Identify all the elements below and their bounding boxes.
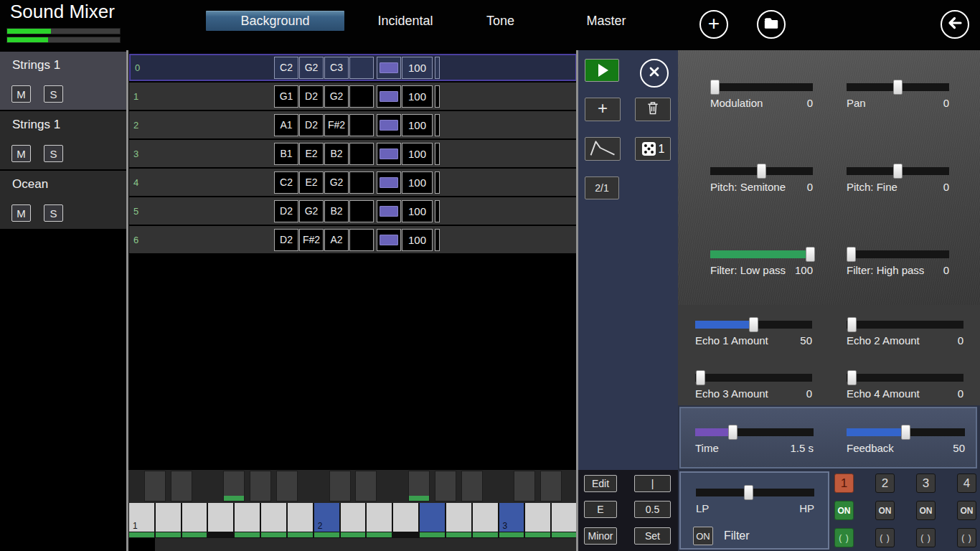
- black-key-d-2[interactable]: [355, 471, 377, 501]
- black-key-c-1[interactable]: [144, 471, 166, 501]
- velocity-cell[interactable]: 100: [402, 229, 433, 251]
- slider-handle[interactable]: [847, 247, 856, 262]
- back-button[interactable]: [941, 10, 969, 39]
- slider-handle[interactable]: [749, 317, 758, 332]
- slider-track[interactable]: [695, 321, 812, 329]
- color-cell[interactable]: [377, 85, 401, 108]
- white-key-f2[interactable]: [393, 503, 418, 532]
- slider-handle[interactable]: [806, 247, 815, 262]
- tap-on-3[interactable]: ON: [916, 501, 936, 520]
- tab-master[interactable]: Master: [561, 11, 651, 31]
- tap-paren-3[interactable]: ( ): [916, 528, 936, 547]
- velocity-cell[interactable]: 100: [402, 114, 433, 136]
- note-cell[interactable]: D2: [274, 229, 298, 251]
- slider-track[interactable]: [847, 428, 965, 436]
- slider-track[interactable]: [847, 167, 949, 175]
- sequencer-row-0[interactable]: 0C2G2C3100: [129, 54, 577, 81]
- black-key-g-2[interactable]: [435, 471, 456, 501]
- white-key-f1[interactable]: [208, 503, 233, 532]
- note-cell[interactable]: A1: [274, 114, 298, 136]
- color-cell[interactable]: [377, 143, 401, 165]
- black-key-f-1[interactable]: [223, 471, 245, 501]
- tap-on-2[interactable]: ON: [875, 501, 895, 520]
- add-track-button[interactable]: +: [699, 10, 728, 39]
- note-cell[interactable]: B2: [324, 143, 349, 165]
- tap-number-3[interactable]: 3: [916, 474, 936, 493]
- tap-paren-2[interactable]: ( ): [875, 528, 895, 547]
- black-key-d-3[interactable]: [540, 471, 562, 501]
- slider-track[interactable]: [695, 374, 812, 382]
- mute-button[interactable]: M: [11, 85, 31, 103]
- slider-track[interactable]: [710, 83, 813, 91]
- mute-button[interactable]: M: [11, 204, 31, 222]
- tap-on-1[interactable]: ON: [834, 501, 854, 520]
- white-key-d1[interactable]: [156, 503, 181, 532]
- tap-on-4[interactable]: ON: [957, 501, 976, 520]
- tab-tone[interactable]: Tone: [463, 11, 538, 31]
- slider-track[interactable]: [710, 250, 813, 258]
- white-key-d2[interactable]: [341, 503, 366, 532]
- note-cell[interactable]: G2: [324, 85, 349, 108]
- note-cell[interactable]: D2: [299, 114, 324, 136]
- velocity-cell[interactable]: 100: [402, 171, 433, 194]
- slider-handle[interactable]: [728, 425, 738, 440]
- empty-note-cell[interactable]: [349, 171, 374, 194]
- slider-track[interactable]: [847, 83, 949, 91]
- note-cell[interactable]: D2: [299, 85, 324, 108]
- note-cell[interactable]: G2: [324, 171, 349, 194]
- tap-number-4[interactable]: 4: [957, 474, 976, 493]
- velocity-cell[interactable]: 100: [402, 85, 433, 108]
- note-cell[interactable]: B1: [274, 143, 298, 165]
- white-key-g1[interactable]: [235, 503, 260, 532]
- color-cell[interactable]: [377, 57, 401, 79]
- velocity-cell[interactable]: 100: [402, 200, 433, 222]
- black-key-a-2[interactable]: [461, 471, 483, 501]
- tap-paren-4[interactable]: ( ): [957, 528, 976, 547]
- white-key-a2[interactable]: [446, 503, 471, 532]
- white-key-c1[interactable]: 1: [129, 503, 154, 532]
- scale-mode-button[interactable]: Minor: [584, 527, 617, 545]
- white-key-e1[interactable]: [182, 503, 207, 532]
- note-cell[interactable]: C2: [274, 171, 298, 194]
- slider-handle[interactable]: [901, 425, 910, 440]
- color-cell[interactable]: [377, 229, 401, 251]
- slider-handle[interactable]: [696, 370, 705, 385]
- black-key-d-1[interactable]: [171, 471, 192, 501]
- white-key-g2[interactable]: [420, 503, 445, 532]
- tap-number-1[interactable]: 1: [834, 474, 854, 493]
- randomize-button[interactable]: 1: [635, 137, 671, 161]
- empty-note-cell[interactable]: [349, 229, 374, 251]
- slider-track[interactable]: [695, 428, 814, 436]
- white-key-d3[interactable]: [525, 503, 550, 532]
- tab-incidental[interactable]: Incidental: [348, 11, 463, 31]
- keyboard-scrollbar[interactable]: [128, 538, 578, 551]
- color-cell[interactable]: [377, 171, 401, 194]
- sequencer-row-2[interactable]: 2A1D2F#2100: [129, 111, 577, 138]
- velocity-cell[interactable]: 100: [402, 57, 433, 79]
- empty-note-cell[interactable]: [349, 200, 374, 222]
- edit-button[interactable]: Edit: [584, 475, 617, 492]
- slider-handle[interactable]: [710, 80, 720, 95]
- slider-handle[interactable]: [757, 164, 766, 179]
- note-cell[interactable]: F#2: [299, 229, 324, 251]
- envelope-button[interactable]: [585, 137, 621, 161]
- black-key-g-1[interactable]: [250, 471, 271, 501]
- tab-background[interactable]: Background: [206, 11, 344, 31]
- empty-note-cell[interactable]: [349, 57, 374, 79]
- velocity-cell[interactable]: 100: [402, 143, 433, 165]
- empty-note-cell[interactable]: [349, 85, 374, 108]
- sequencer-row-1[interactable]: 1G1D2G2100: [129, 83, 577, 110]
- set-button[interactable]: Set: [634, 527, 671, 545]
- slider-handle[interactable]: [893, 164, 903, 179]
- solo-button[interactable]: S: [44, 145, 63, 162]
- library-button[interactable]: [757, 10, 786, 39]
- tap-paren-1[interactable]: ( ): [834, 528, 854, 547]
- delete-row-button[interactable]: [635, 98, 671, 121]
- white-key-a1[interactable]: [261, 503, 286, 532]
- note-cell[interactable]: C2: [274, 57, 298, 79]
- note-cell[interactable]: D2: [274, 200, 298, 222]
- mute-button[interactable]: M: [11, 145, 31, 162]
- solo-button[interactable]: S: [44, 204, 63, 222]
- slider-track[interactable]: [847, 321, 963, 329]
- add-row-button[interactable]: +: [585, 98, 621, 121]
